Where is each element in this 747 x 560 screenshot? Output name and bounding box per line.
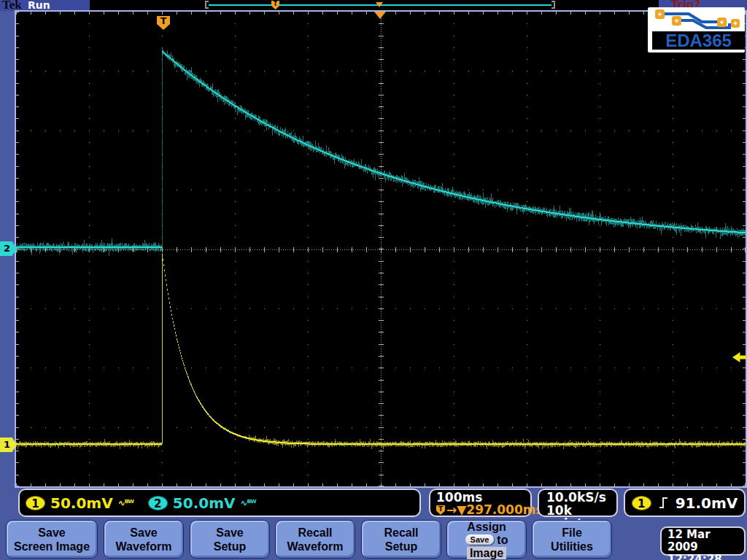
eda365-logo-text: EDA365	[652, 31, 745, 50]
button-label: Assign	[467, 520, 506, 534]
button-label: Waveform	[287, 540, 344, 553]
button-label: Setup	[214, 540, 246, 553]
horizontal-position: →▼297.000ms	[446, 504, 543, 516]
acquisition-readout-box: 10.0kS/s 10k points	[538, 489, 618, 517]
button-label: to	[497, 534, 508, 546]
save-key-badge: Save	[465, 534, 495, 545]
waveform-canvas	[16, 12, 746, 486]
sample-rate: 10.0kS/s	[546, 491, 616, 504]
save-waveform-button[interactable]: Save Waveform	[104, 520, 184, 559]
oscilloscope-screen: Tek Run T Trig? T 2 1 EDA365	[0, 0, 747, 560]
circuit-trace-graphic	[648, 7, 745, 31]
trigger-level: 91.0mV	[676, 494, 738, 512]
trigger-source-badge: 1	[632, 496, 651, 510]
trigger-readout-box: 1 91.0mV	[624, 489, 746, 517]
ch1-coupling-bandwidth-icon: ∿ᴮᵂ	[118, 498, 133, 508]
button-label: Setup	[385, 540, 417, 553]
record-view: T	[90, 0, 659, 10]
button-label: Save	[130, 526, 157, 540]
ch2-badge: 2	[148, 496, 168, 510]
button-label: File	[562, 526, 582, 540]
save-screen-image-button[interactable]: Save Screen Image	[6, 520, 98, 559]
button-label: Saveto	[465, 534, 508, 547]
button-label: Utilities	[551, 540, 593, 553]
acquisition-status: Run	[28, 0, 50, 11]
trigger-t-icon: T	[436, 505, 445, 515]
record-expansion-marker-icon	[376, 2, 383, 7]
assigned-target-label: Image	[467, 547, 506, 559]
ch2-coupling-bandwidth-icon: ∿ᴮᵂ	[241, 498, 256, 508]
timebase-readout-box: 100ms T →▼297.000ms	[429, 489, 532, 517]
save-setup-button[interactable]: Save Setup	[190, 520, 270, 559]
file-utilities-button[interactable]: File Utilities	[532, 520, 612, 559]
recall-waveform-button[interactable]: Recall Waveform	[275, 520, 355, 559]
ch2-scale: 50.0mV	[173, 494, 236, 512]
time: 12:24:28	[667, 553, 744, 560]
record-trigger-position-icon: T	[271, 1, 279, 9]
button-label: Waveform	[116, 540, 172, 553]
button-label: Recall	[384, 526, 418, 540]
button-label: Save	[216, 526, 243, 540]
ch1-badge: 1	[26, 496, 45, 510]
button-label: Screen Image	[14, 540, 90, 553]
date: 12 Mar 2009	[667, 529, 744, 553]
rising-edge-icon	[659, 497, 668, 509]
ch1-scale: 50.0mV	[50, 494, 113, 512]
recall-setup-button[interactable]: Recall Setup	[361, 520, 441, 559]
expansion-point-icon	[374, 12, 386, 19]
waveform-display: T	[15, 10, 747, 488]
eda365-logo: EDA365	[648, 7, 745, 52]
datetime-box: 12 Mar 2009 12:24:28	[660, 526, 746, 556]
assign-save-to-image-button[interactable]: Assign Saveto Image	[446, 520, 527, 559]
top-status-bar: Tek Run T Trig?	[0, 0, 747, 11]
channel-readout-box: 1 50.0mV ∿ᴮᵂ 2 50.0mV ∿ᴮᵂ	[18, 489, 421, 517]
record-window-right-bracket	[551, 1, 555, 9]
button-label: Save	[38, 526, 65, 540]
button-label: Recall	[298, 526, 332, 540]
